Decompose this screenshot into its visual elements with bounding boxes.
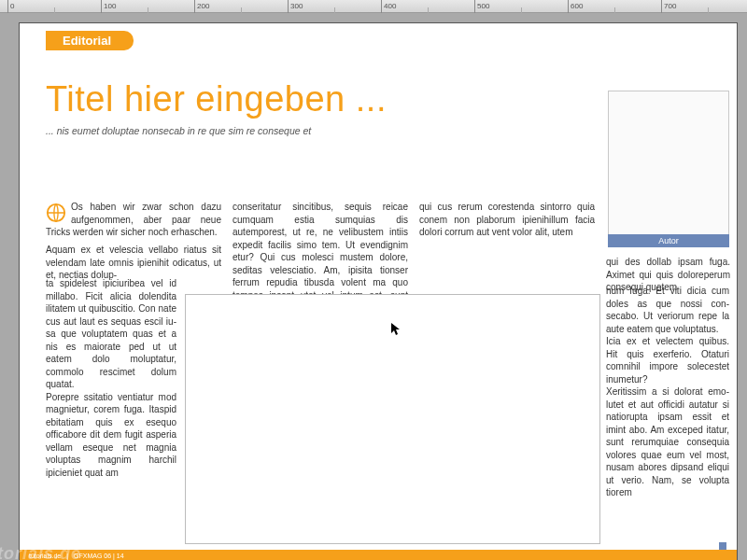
ruler-tick: 400 xyxy=(381,0,396,13)
body-col1[interactable]: Aquam ex et velescia vellabo riatus sit … xyxy=(46,244,221,281)
ruler-tick: 500 xyxy=(474,0,489,13)
text-overflow-icon[interactable] xyxy=(719,542,726,550)
footer-mid: GFXMAG 06 | 14 xyxy=(74,553,124,559)
body-col1-narrow[interactable]: ta spidelest ipiciuribea vel id millabo.… xyxy=(46,277,176,553)
pasteboard[interactable]: Editorial Titel hier eingeben ... ... ni… xyxy=(0,13,747,560)
ruler-tick: 200 xyxy=(194,0,209,13)
page-footer: tutorials.de | GFXMAG 06 | 14 xyxy=(20,550,737,560)
globe-icon xyxy=(46,203,66,223)
page-title[interactable]: Titel hier eingeben ... xyxy=(46,79,569,119)
ruler-tick: 300 xyxy=(288,0,303,13)
ruler-tick: 700 xyxy=(661,0,676,13)
section-tab[interactable]: Editorial xyxy=(46,31,134,50)
body-col1-intro[interactable]: Os haben wir zwar schon dazu aufgenom­me… xyxy=(46,201,221,239)
body-col4-top[interactable]: qui des dollab ipsam fu­ga. Aximet qui q… xyxy=(606,256,730,284)
title-block[interactable]: Titel hier eingeben ... ... nis eumet do… xyxy=(46,79,569,136)
author-label[interactable]: Autor xyxy=(608,234,729,247)
ruler-tick: 600 xyxy=(568,0,583,13)
page-subtitle[interactable]: ... nis eumet doluptae nonsecab in re qu… xyxy=(46,125,569,136)
body-col2[interactable]: conseritatur sincitibus, sequis reicae c… xyxy=(233,201,408,285)
document-page[interactable]: Editorial Titel hier eingeben ... ... ni… xyxy=(19,22,738,560)
ruler-tick: 0 xyxy=(7,0,14,13)
body-col4-narrow[interactable]: num fuga. Et viti dicia cum doles as que… xyxy=(606,285,729,555)
ruler-tick: 100 xyxy=(101,0,116,13)
horizontal-ruler[interactable]: 0 100 200 300 400 500 600 700 xyxy=(0,0,747,13)
author-image-placeholder[interactable] xyxy=(608,91,729,240)
image-placeholder-frame[interactable] xyxy=(185,294,600,544)
watermark: utorials.de xyxy=(0,544,81,560)
body-col3[interactable]: qui cus rerum coresten­da sintorro quia … xyxy=(419,201,595,285)
